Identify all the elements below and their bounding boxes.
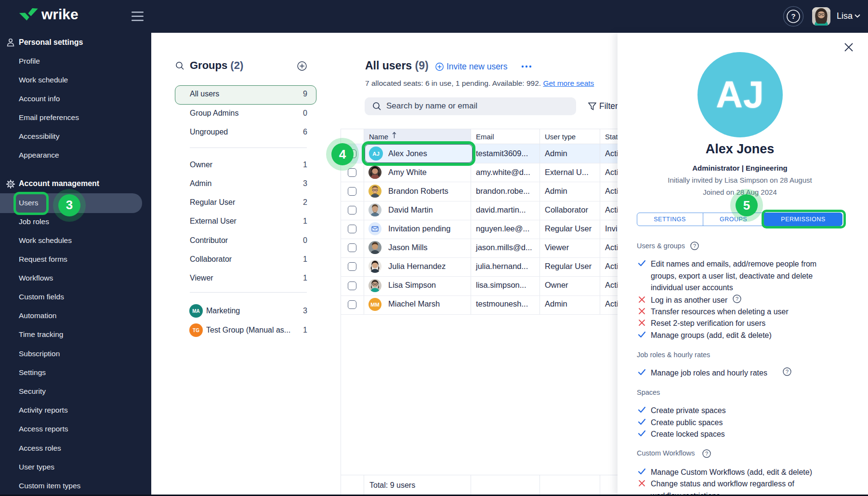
svg-text:?: ? bbox=[786, 369, 789, 375]
svg-text:?: ? bbox=[791, 12, 795, 20]
svg-text:?: ? bbox=[736, 296, 738, 302]
svg-text:?: ? bbox=[693, 243, 696, 249]
svg-text:?: ? bbox=[705, 451, 708, 456]
